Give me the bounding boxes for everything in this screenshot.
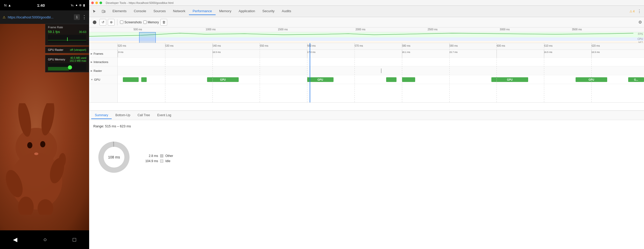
- clear-button[interactable]: ⊗: [108, 19, 115, 26]
- detail-ruler-590: 590 ms: [449, 44, 458, 47]
- tab-summary[interactable]: Summary: [91, 112, 112, 119]
- memory-checkbox[interactable]: [143, 20, 147, 24]
- fps-range: 30-63: [79, 30, 86, 33]
- grid-line-4: [307, 43, 307, 102]
- record-circle: [93, 20, 96, 24]
- gpu-block-8[interactable]: G...: [628, 77, 644, 82]
- gpu-block-4[interactable]: [386, 77, 397, 82]
- trash-button[interactable]: 🗑: [160, 19, 167, 26]
- tab-performance[interactable]: Performance: [189, 8, 215, 15]
- record-button[interactable]: [91, 19, 98, 26]
- warning-icon: ⚠: [629, 10, 632, 13]
- frame-time-3: 18.1 ms: [402, 51, 410, 53]
- phone-tab-button[interactable]: 1: [74, 14, 80, 20]
- tab-sources[interactable]: Sources: [150, 8, 169, 15]
- more-icon[interactable]: ⋮: [82, 14, 87, 20]
- frame-time-0: .9 ms: [118, 51, 123, 53]
- tab-call-tree[interactable]: Call Tree: [134, 112, 154, 119]
- gpu-label: GPU: [94, 78, 100, 81]
- bottom-panel: Summary Bottom-Up Call Tree Event Log Ra…: [89, 110, 644, 225]
- maximize-window-button[interactable]: [100, 2, 102, 4]
- devtools-panel: Developer Tools - https://localhost:5000…: [89, 0, 644, 249]
- timeline-selection[interactable]: [139, 32, 156, 43]
- timeline-main: ▶ Frames ▶ Interactions ▶ Raster ▼ GPU: [89, 43, 644, 249]
- tab-security[interactable]: Security: [259, 8, 278, 15]
- tab-application[interactable]: Application: [235, 8, 259, 15]
- screenshots-checkbox-group[interactable]: Screenshots: [120, 20, 142, 24]
- svg-point-1: [16, 128, 57, 167]
- timeline-overview-ruler: 500 ms 1000 ms 1500 ms 2000 ms 2500 ms 3…: [89, 27, 644, 32]
- gpu-block-3[interactable]: GPU: [307, 77, 334, 82]
- gpu-block-2[interactable]: GPU: [207, 77, 239, 82]
- cursor-tool-button[interactable]: [90, 7, 98, 16]
- tab-elements[interactable]: Elements: [109, 8, 130, 15]
- timeline-overview[interactable]: 500 ms 1000 ms 1500 ms 2000 ms 2500 ms 3…: [89, 27, 644, 43]
- detail-ruler-620: 620 ms: [591, 44, 600, 47]
- timeline-tracks[interactable]: 520 ms 530 ms 540 ms 550 ms 560 ms 570 m…: [118, 43, 644, 102]
- devtools-settings-button[interactable]: ⋮: [636, 8, 643, 15]
- svg-rect-13: [104, 11, 105, 12]
- perf-settings-button[interactable]: ⚙: [638, 20, 642, 25]
- detail-ruler-550: 550 ms: [260, 44, 268, 47]
- svg-point-11: [34, 153, 38, 155]
- nav-recent-button[interactable]: □: [73, 236, 76, 243]
- warning-count: 4: [633, 10, 635, 13]
- gpu-block-0[interactable]: [123, 77, 139, 82]
- other-ms: 2.8 ms: [143, 154, 158, 158]
- frames-track: .9 ms 16.5 ms 17.0 ms 18.1 ms 15.7 ms 16…: [118, 50, 644, 58]
- timeline-cursor: [310, 43, 310, 102]
- fps-value: 59.1 fps: [48, 30, 60, 34]
- gpu-raster-status: off (viewport): [70, 48, 86, 51]
- detail-ruler-530: 530 ms: [165, 44, 174, 47]
- phone-content: Frame Rate 59.1 fps 30-63 GPU Raster off…: [0, 24, 89, 230]
- pie-legend: 2.8 ms Other 104.9 ms Idle: [143, 151, 173, 163]
- rabbit-svg: [3, 103, 75, 215]
- close-window-button[interactable]: [91, 2, 94, 4]
- nav-home-button[interactable]: ○: [43, 236, 47, 243]
- frame-rate-title: Frame Rate: [48, 26, 86, 29]
- wifi-icon: ⊗: [79, 3, 82, 7]
- reload-button[interactable]: ↺: [100, 19, 106, 26]
- gpu-block-1[interactable]: [141, 77, 146, 82]
- grid-line-8: [497, 43, 497, 102]
- grid-line-10: [591, 43, 592, 102]
- detail-ruler-560: 560 ms: [307, 44, 316, 47]
- frame-time-2: 17.0 ms: [307, 51, 315, 53]
- phone-panel: N ▲ 1:40 ℡ ● ⊗ ▮ ⚠ https://localhost:500…: [0, 0, 89, 249]
- tab-network[interactable]: Network: [169, 8, 189, 15]
- phone-icons-left: N ▲: [4, 3, 11, 7]
- tab-audits[interactable]: Audits: [278, 8, 295, 15]
- other-swatch: [160, 154, 163, 157]
- fps-mini-graph: [48, 35, 86, 43]
- frame-time-4: 15.7 ms: [449, 51, 458, 53]
- interactions-expand-icon[interactable]: ▶: [91, 61, 93, 63]
- url-warning-icon: ⚠: [3, 15, 6, 19]
- raster-expand-icon[interactable]: ▶: [91, 70, 93, 72]
- frames-expand-icon[interactable]: ▶: [91, 52, 93, 55]
- summary-left: Range: 515 ms – 623 ms: [93, 124, 640, 220]
- timeline-labels: ▶ Frames ▶ Interactions ▶ Raster ▼ GPU: [89, 43, 118, 102]
- gpu-track: GPU GPU GPU GPU G...: [118, 75, 644, 84]
- pie-area: 108 ms 2.8 ms Other 104.9 ms: [93, 131, 640, 178]
- tab-bottom-up[interactable]: Bottom-Up: [112, 112, 134, 119]
- memory-checkbox-group[interactable]: Memory: [143, 20, 159, 24]
- gpu-block-6[interactable]: GPU: [491, 77, 528, 82]
- idle-label: Idle: [165, 159, 170, 163]
- nav-back-button[interactable]: ◀: [13, 236, 17, 243]
- gpu-track-label: ▼ GPU: [89, 75, 117, 84]
- gpu-memory-panel: GPU Memory 40.5 MB used 192.0 MB max: [45, 55, 89, 72]
- warning-badge[interactable]: ⚠ 4: [629, 10, 635, 13]
- phone-url-text[interactable]: https://localhost:5000/goodbl...: [8, 15, 72, 19]
- tab-console[interactable]: Console: [130, 8, 150, 15]
- raster-track-label: ▶ Raster: [89, 66, 117, 75]
- tab-memory[interactable]: Memory: [216, 8, 235, 15]
- frame-time-5: 16.5 ms: [544, 51, 552, 53]
- device-toolbar-button[interactable]: [100, 7, 108, 16]
- tab-event-log[interactable]: Event Log: [154, 112, 175, 119]
- gpu-expand-icon[interactable]: ▼: [91, 78, 93, 81]
- screenshots-checkbox[interactable]: [120, 20, 123, 24]
- gpu-block-5[interactable]: [402, 77, 415, 82]
- raster-label: Raster: [94, 69, 102, 72]
- minimize-window-button[interactable]: [95, 2, 98, 4]
- frames-track-label: ▶ Frames: [89, 50, 117, 58]
